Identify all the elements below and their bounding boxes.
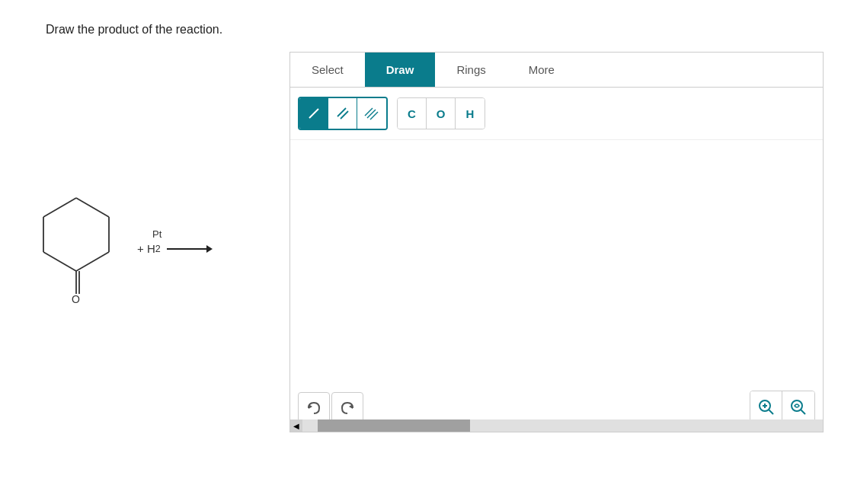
catalyst-label: Pt — [152, 228, 162, 240]
toolbar-tabs: Select Draw Rings More — [290, 53, 823, 88]
content-area: O Pt + H2 — [0, 52, 854, 432]
double-bond-icon — [335, 106, 350, 121]
tab-draw[interactable]: Draw — [365, 53, 436, 87]
drawing-tools: C O H — [290, 88, 823, 140]
reaction-label: Pt + H2 — [137, 228, 213, 257]
canvas-area[interactable] — [290, 140, 823, 407]
triple-bond-icon — [363, 106, 380, 121]
cyclohexanone-structure: O — [30, 181, 122, 303]
carbon-atom-button[interactable]: C — [398, 98, 427, 129]
tab-select[interactable]: Select — [290, 53, 365, 87]
question-text: Draw the product of the reaction. — [0, 0, 854, 52]
reaction-arrow — [167, 241, 213, 257]
svg-line-0 — [76, 198, 109, 217]
single-bond-button[interactable] — [299, 98, 328, 129]
scroll-bar-area[interactable]: ◀ — [290, 419, 823, 432]
svg-line-22 — [769, 410, 773, 414]
tool-panel: Select Draw Rings More — [289, 52, 824, 432]
arrow-line — [167, 241, 213, 257]
svg-line-5 — [43, 198, 76, 217]
svg-line-15 — [367, 110, 376, 118]
molecule-area: O Pt + H2 — [30, 52, 289, 432]
molecule-svg-container: O Pt + H2 — [30, 181, 213, 303]
page-container: Draw the product of the reaction. O — [0, 0, 854, 504]
svg-line-11 — [309, 109, 318, 118]
tab-more[interactable]: More — [507, 53, 576, 87]
zoom-reset-button[interactable] — [782, 391, 814, 423]
triple-bond-button[interactable] — [357, 98, 386, 129]
svg-line-3 — [43, 252, 76, 271]
double-bond-button[interactable] — [328, 98, 357, 129]
atom-group: C O H — [397, 97, 485, 129]
svg-text:O: O — [72, 293, 80, 303]
reagent-subscript: 2 — [155, 244, 161, 254]
scroll-track[interactable] — [302, 419, 823, 432]
reagent-plus: + H — [137, 242, 155, 255]
bond-group — [298, 97, 388, 130]
tab-rings[interactable]: Rings — [435, 53, 507, 87]
single-bond-icon — [306, 106, 321, 121]
svg-marker-18 — [349, 404, 353, 409]
hydrogen-atom-button[interactable]: H — [456, 98, 485, 129]
svg-marker-17 — [309, 404, 312, 409]
scroll-left-arrow[interactable]: ◀ — [290, 419, 302, 432]
zoom-reset-icon — [789, 398, 808, 416]
redo-icon — [339, 400, 356, 416]
svg-marker-10 — [206, 245, 213, 253]
svg-line-24 — [801, 410, 805, 414]
scroll-thumb[interactable] — [318, 419, 470, 432]
oxygen-atom-button[interactable]: O — [427, 98, 456, 129]
reagent-line: + H2 — [137, 241, 213, 257]
undo-icon — [305, 400, 322, 416]
zoom-in-button[interactable] — [750, 391, 782, 423]
svg-point-23 — [792, 400, 802, 411]
svg-line-2 — [76, 252, 109, 271]
zoom-in-icon — [757, 398, 776, 416]
